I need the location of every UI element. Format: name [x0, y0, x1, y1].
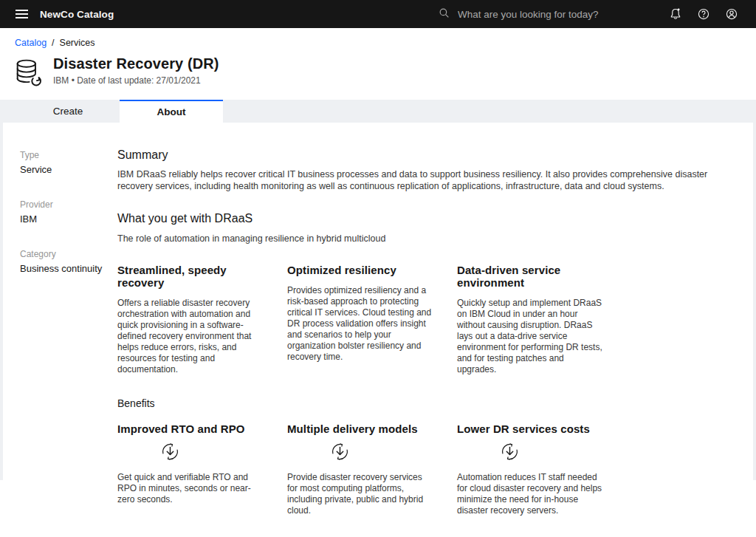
summary-heading: Summary [117, 148, 728, 162]
benefit-heading: Lower DR services costs [457, 423, 605, 435]
title-block: Disaster Recovery (DR) IBM • Date of las… [53, 55, 219, 90]
search-input[interactable] [458, 9, 628, 20]
restore-arrow-icon [500, 442, 520, 462]
what-you-get-heading: What you get with DRaaS [117, 212, 728, 225]
info-value: IBM [20, 213, 117, 225]
benefit-heading: Multiple delivery models [287, 423, 435, 435]
benefit-card: Multiple delivery models Provide disaste… [287, 423, 435, 516]
help-icon [696, 7, 711, 21]
restore-arrow-icon [160, 442, 180, 462]
search-icon [438, 7, 450, 22]
tab-about[interactable]: About [120, 100, 223, 123]
hamburger-menu-button[interactable] [9, 1, 34, 27]
breadcrumb-item-services: Services [60, 38, 95, 48]
account-button[interactable] [718, 0, 746, 28]
title-row: Disaster Recovery (DR) IBM • Date of las… [12, 55, 756, 90]
restore-arrow-icon [330, 442, 350, 462]
feature-card: Data-driven service environment Quickly … [457, 264, 605, 375]
tab-bar: Create About [0, 100, 756, 123]
breadcrumb: Catalog / Services [15, 38, 756, 48]
breadcrumb-separator: / [52, 38, 54, 48]
feature-heading: Optimized resiliency [287, 264, 435, 276]
feature-heading: Data-driven service environment [457, 264, 605, 289]
info-label: Type [20, 150, 117, 160]
catalog-service-page: NewCo Catalog [0, 0, 756, 537]
info-field-provider: Provider IBM [20, 199, 117, 225]
top-header-bar: NewCo Catalog [0, 0, 756, 28]
page-title: Disaster Recovery (DR) [53, 55, 219, 72]
feature-card: Streamlined, speedy recovery Offers a re… [117, 264, 265, 375]
disaster-recovery-service-icon [12, 56, 46, 90]
what-you-get-body: The role of automation in managing resil… [117, 233, 728, 245]
info-label: Category [20, 249, 117, 259]
page-meta: IBM • Date of last update: 27/01/2021 [53, 75, 219, 86]
summary-body: IBM DRaaS reliably helps recover critica… [117, 169, 724, 192]
benefit-body: Provide disaster recovery services for m… [287, 472, 435, 516]
about-content: Summary IBM DRaaS reliably helps recover… [117, 123, 753, 480]
feature-body: Provides optimized resiliency and a risk… [287, 285, 435, 363]
info-field-type: Type Service [20, 150, 117, 175]
benefits-grid: Improved RTO and RPO Get quick and verif… [117, 423, 728, 516]
header-search [438, 7, 628, 22]
notifications-button[interactable] [662, 0, 690, 28]
features-grid: Streamlined, speedy recovery Offers a re… [117, 264, 728, 375]
breadcrumb-link-catalog[interactable]: Catalog [15, 38, 47, 48]
feature-body: Quickly setup and implement DRaaS on IBM… [457, 298, 605, 375]
service-info-sidebar: Type Service Provider IBM Category Busin… [3, 123, 117, 480]
benefit-card: Improved RTO and RPO Get quick and verif… [117, 423, 265, 516]
info-value: Service [20, 164, 117, 175]
benefit-heading: Improved RTO and RPO [117, 423, 265, 435]
bell-icon [668, 7, 683, 21]
benefit-body: Automation reduces IT staff needed for c… [457, 472, 605, 516]
help-button[interactable] [690, 0, 718, 28]
content-shell: Type Service Provider IBM Category Busin… [0, 123, 756, 480]
info-value: Business continuity [20, 263, 117, 274]
tab-create[interactable]: Create [16, 100, 120, 123]
about-tab-panel: Type Service Provider IBM Category Busin… [3, 123, 753, 480]
app-title: NewCo Catalog [40, 9, 114, 20]
page-hero: Catalog / Services Disaster Recovery (DR… [0, 28, 756, 90]
benefits-heading: Benefits [117, 397, 728, 409]
hamburger-icon [16, 10, 28, 18]
info-label: Provider [20, 199, 117, 210]
feature-card: Optimized resiliency Provides optimized … [287, 264, 435, 375]
info-field-category: Category Business continuity [20, 249, 117, 274]
benefit-body: Get quick and verifiable RTO and RPO in … [117, 472, 265, 505]
user-avatar-icon [724, 7, 739, 21]
feature-heading: Streamlined, speedy recovery [117, 264, 265, 289]
feature-body: Offers a reliable disaster recovery orch… [117, 298, 265, 375]
benefit-card: Lower DR services costs Automation reduc… [457, 423, 605, 516]
